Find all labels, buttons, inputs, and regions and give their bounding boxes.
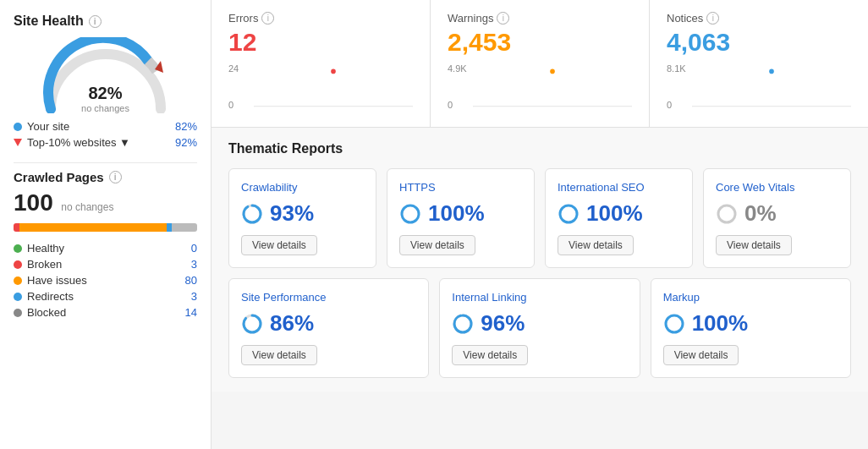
internal-linking-score: 96% (481, 310, 525, 337)
international-seo-circle-icon (558, 203, 580, 225)
errors-label: Errors i (228, 12, 413, 25)
svg-point-6 (769, 69, 774, 74)
legend-top10[interactable]: Top-10% websites ▼ 92% (14, 136, 197, 149)
broken-label: Broken (27, 258, 62, 271)
svg-point-4 (550, 69, 555, 74)
site-performance-view-details[interactable]: View details (241, 345, 317, 365)
svg-point-11 (718, 205, 735, 222)
crawlability-score: 93% (270, 200, 314, 227)
errors-info-icon[interactable]: i (261, 12, 274, 25)
thematic-reports-section: Thematic Reports Crawlability 93% View d… (212, 128, 868, 392)
issues-value: 80 (185, 274, 197, 287)
warnings-label: Warnings i (448, 12, 632, 25)
crawled-pages-title: Crawled Pages i (14, 170, 197, 184)
errors-max: 24 (228, 63, 239, 74)
progress-redirects (167, 223, 173, 232)
your-site-value: 82% (175, 120, 197, 133)
svg-point-15 (454, 315, 471, 332)
crawlability-score-row: 93% (241, 200, 364, 227)
issues-label: Have issues (27, 274, 87, 287)
https-score-row: 100% (399, 200, 522, 227)
errors-spark-svg (254, 63, 413, 107)
errors-zero: 0 (228, 100, 233, 110)
core-web-vitals-view-details[interactable]: View details (716, 235, 792, 255)
redirects-label: Redirects (27, 290, 74, 303)
svg-point-10 (560, 205, 577, 222)
crawled-pages-info-icon[interactable]: i (109, 171, 122, 183)
legend-your-site: Your site 82% (14, 120, 197, 133)
crawled-pages-section: Crawled Pages i 100 no changes Healthy (14, 170, 197, 319)
progress-issues (19, 223, 167, 232)
report-site-performance: Site Performance 86% View details (228, 278, 429, 378)
reports-row-2: Site Performance 86% View details Intern… (228, 278, 851, 378)
stats-blocked: Blocked 14 (14, 306, 197, 319)
main-content: Errors i 12 24 0 Warnings i (212, 0, 868, 449)
site-performance-name: Site Performance (241, 291, 416, 304)
https-circle-icon (399, 203, 421, 225)
internal-linking-view-details[interactable]: View details (452, 345, 528, 365)
markup-view-details[interactable]: View details (663, 345, 739, 365)
warnings-card: Warnings i 2,453 4.9K 0 (431, 0, 650, 127)
notices-zero: 0 (667, 100, 672, 110)
gauge-label: 82% no changes (81, 84, 129, 113)
notices-value: 4,063 (667, 28, 851, 57)
blocked-value: 14 (185, 306, 197, 319)
https-view-details[interactable]: View details (399, 235, 475, 255)
markup-name: Markup (663, 291, 838, 304)
errors-text: Errors (228, 12, 258, 25)
warnings-spark-svg (473, 63, 632, 107)
stats-have-issues: Have issues 80 (14, 274, 197, 287)
warnings-zero: 0 (448, 100, 453, 110)
internal-linking-score-row: 96% (452, 310, 627, 337)
crawled-stats-list: Healthy 0 Broken 3 Have issues (14, 242, 197, 319)
internal-linking-circle-icon (452, 313, 474, 335)
warnings-value: 2,453 (448, 28, 632, 57)
top10-label: Top-10% websites ▼ (27, 136, 130, 149)
crawled-count: 100 (14, 189, 53, 216)
errors-sparkline: 24 0 (228, 63, 413, 110)
notices-spark-svg (692, 63, 851, 107)
report-crawlability: Crawlability 93% View details (228, 168, 376, 268)
errors-value: 12 (228, 28, 413, 57)
notices-max: 8.1K (667, 63, 686, 74)
stats-broken: Broken 3 (14, 258, 197, 271)
info-icon[interactable]: i (89, 15, 102, 28)
warnings-info-icon[interactable]: i (497, 12, 509, 25)
warnings-sparkline: 4.9K 0 (448, 63, 632, 110)
core-web-vitals-circle-icon (716, 203, 738, 225)
svg-point-13 (244, 315, 261, 332)
https-score: 100% (428, 200, 485, 227)
blocked-dot (14, 309, 22, 317)
core-web-vitals-name: Core Web Vitals (716, 181, 838, 194)
healthy-dot (14, 244, 22, 253)
notices-card: Notices i 4,063 8.1K 0 (650, 0, 868, 127)
notices-sparkline: 8.1K 0 (667, 63, 851, 110)
crawlability-view-details[interactable]: View details (241, 235, 317, 255)
report-core-web-vitals: Core Web Vitals 0% View details (703, 168, 851, 268)
crawled-pages-label: Crawled Pages (14, 170, 104, 184)
top10-value: 92% (175, 136, 197, 149)
site-health-title: Site Health (14, 14, 84, 29)
broken-dot (14, 260, 22, 269)
stats-redirects: Redirects 3 (14, 290, 197, 303)
crawled-sub: no changes (61, 201, 113, 213)
notices-info-icon[interactable]: i (706, 12, 719, 25)
reports-row-1: Crawlability 93% View details HTTPS (228, 168, 851, 268)
notices-label: Notices i (667, 12, 851, 25)
progress-blocked (172, 223, 197, 232)
crawled-progress-bar (14, 223, 197, 232)
svg-point-16 (666, 315, 683, 332)
sidebar: Site Health i 82% no changes (0, 0, 212, 449)
international-seo-view-details[interactable]: View details (558, 235, 634, 255)
markup-score: 100% (692, 310, 749, 337)
gauge-container: 82% no changes (14, 37, 197, 113)
redirects-value: 3 (191, 290, 197, 303)
top10-triangle-icon (14, 139, 22, 146)
site-performance-score: 86% (270, 310, 314, 337)
markup-circle-icon (663, 313, 685, 335)
international-seo-score: 100% (586, 200, 643, 227)
redirects-dot (14, 293, 22, 301)
warnings-text: Warnings (448, 12, 493, 25)
crawlability-circle-icon (241, 203, 263, 225)
report-markup: Markup 100% View details (651, 278, 851, 378)
